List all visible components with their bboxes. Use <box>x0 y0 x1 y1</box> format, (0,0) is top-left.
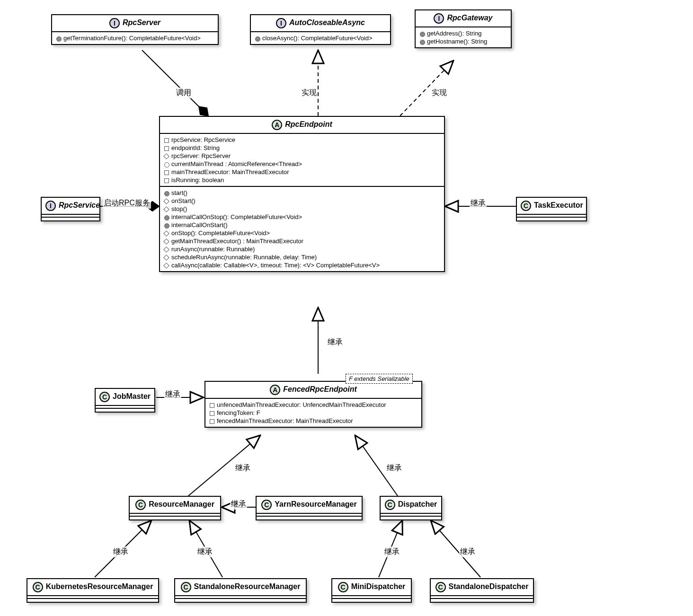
abstract-icon: A <box>272 120 282 130</box>
member-row: rpcServer: RpcServer <box>164 152 440 160</box>
visibility-icon <box>164 138 169 143</box>
class-yarn-resource-manager: CYarnResourceManager <box>256 496 363 520</box>
label-implement-1: 实现 <box>301 88 318 98</box>
visibility-icon <box>164 223 169 229</box>
label-inherit-standalone-d: 继承 <box>459 546 476 557</box>
member-signature: currentMainThread : AtomicReference<Thre… <box>171 160 302 167</box>
class-icon: C <box>99 392 110 402</box>
interface-icon: I <box>276 18 286 28</box>
visibility-icon <box>209 411 215 416</box>
visibility-icon <box>255 36 260 42</box>
class-task-executor: CTaskExecutor <box>516 197 587 221</box>
member-row: closeAsync(): CompletableFuture<Void> <box>255 34 386 42</box>
member-signature: rpcServer: RpcServer <box>171 152 231 159</box>
visibility-icon <box>164 154 169 159</box>
visibility-icon <box>164 239 169 245</box>
class-standalone-dispatcher: CStandaloneDispatcher <box>430 578 534 603</box>
label-implement-2: 实现 <box>431 88 448 98</box>
visibility-icon <box>56 36 62 42</box>
svg-line-0 <box>142 50 208 116</box>
member-row: onStop(): CompletableFuture<Void> <box>164 229 440 237</box>
member-row: currentMainThread : AtomicReference<Thre… <box>164 160 440 168</box>
member-row: scheduleRunAsync(runnable: Runnable, del… <box>164 253 440 261</box>
member-row: internalCallOnStop(): CompletableFuture<… <box>164 213 440 221</box>
member-signature: scheduleRunAsync(runnable: Runnable, del… <box>171 254 317 261</box>
member-signature: fencedMainThreadExecutor: MainThreadExec… <box>217 417 353 424</box>
visibility-icon <box>164 170 169 176</box>
label-inherit-jobmaster: 继承 <box>164 389 181 400</box>
class-job-master: CJobMaster <box>95 388 155 413</box>
member-signature: start() <box>171 189 187 196</box>
visibility-icon <box>164 231 169 237</box>
member-signature: internalCallOnStart() <box>171 221 228 229</box>
member-signature: internalCallOnStop(): CompletableFuture<… <box>171 213 302 220</box>
class-rpc-server: IRpcServer getTerminationFuture(): Compl… <box>51 14 219 45</box>
member-row: fencingToken: F <box>209 409 418 417</box>
member-signature: fencingToken: F <box>217 409 260 416</box>
class-icon: C <box>521 201 531 211</box>
class-icon: C <box>338 582 348 592</box>
label-inherit-taskexecutor: 继承 <box>470 198 487 209</box>
label-inherit-fenced: 继承 <box>327 337 344 348</box>
abstract-icon: A <box>270 385 280 395</box>
visibility-icon <box>164 199 169 204</box>
visibility-icon <box>164 255 169 261</box>
class-resource-manager: CResourceManager <box>129 496 221 520</box>
visibility-icon <box>209 403 215 408</box>
class-icon: C <box>385 500 395 510</box>
label-inherit-dispatcher: 继承 <box>386 463 403 474</box>
interface-icon: I <box>109 18 120 28</box>
visibility-icon <box>419 31 425 37</box>
class-dispatcher: CDispatcher <box>380 496 442 520</box>
member-row: isRunning: boolean <box>164 176 440 184</box>
label-inherit-k8s: 继承 <box>112 546 129 557</box>
member-signature: getMainThreadExecutor() : MainThreadExec… <box>171 238 303 245</box>
class-icon: C <box>261 500 272 510</box>
class-rpc-gateway: IRpcGateway getAddress(): StringgetHostn… <box>415 9 512 48</box>
class-rpc-endpoint: ARpcEndpoint rpcService: RpcServiceendpo… <box>159 116 445 272</box>
class-mini-dispatcher: CMiniDispatcher <box>331 578 412 603</box>
member-row: mainThreadExecutor: MainThreadExecutor <box>164 168 440 176</box>
member-row: internalCallOnStart() <box>164 221 440 229</box>
member-row: getHostname(): String <box>419 37 507 45</box>
visibility-icon <box>164 247 169 253</box>
member-row: stop() <box>164 205 440 213</box>
label-inherit-yarn: 继承 <box>230 499 247 510</box>
class-icon: C <box>435 582 446 592</box>
member-signature: getHostname(): String <box>427 38 487 45</box>
member-signature: onStop(): CompletableFuture<Void> <box>171 229 270 237</box>
visibility-icon <box>209 419 215 424</box>
member-row: getTerminationFuture(): CompletableFutur… <box>56 34 214 42</box>
class-icon: C <box>33 582 43 592</box>
member-signature: unfencedMainThreadExecutor: UnfencedMain… <box>217 401 386 408</box>
member-row: onStart() <box>164 197 440 205</box>
member-row: start() <box>164 189 440 197</box>
class-auto-closeable-async: IAutoCloseableAsync closeAsync(): Comple… <box>250 14 391 45</box>
member-row: endpointId: String <box>164 144 440 152</box>
interface-icon: I <box>434 13 444 24</box>
visibility-icon <box>164 263 169 269</box>
member-signature: rpcService: RpcService <box>171 136 235 143</box>
member-row: fencedMainThreadExecutor: MainThreadExec… <box>209 417 418 425</box>
member-row: rpcService: RpcService <box>164 136 440 144</box>
visibility-icon <box>164 146 169 151</box>
label-start-rpc: 启动RPC服务 <box>103 198 151 209</box>
member-row: callAsync(callable: Callable<V>, timeout… <box>164 261 440 269</box>
class-rpc-service: IRpcService <box>41 197 100 221</box>
class-fenced-rpc-endpoint: AFencedRpcEndpoint unfencedMainThreadExe… <box>204 381 422 428</box>
member-row: getMainThreadExecutor() : MainThreadExec… <box>164 237 440 245</box>
member-row: unfencedMainThreadExecutor: UnfencedMain… <box>209 401 418 409</box>
label-inherit-standalone-rm: 继承 <box>196 546 213 557</box>
member-signature: isRunning: boolean <box>171 176 224 184</box>
member-signature: getAddress(): String <box>427 30 482 37</box>
class-standalone-resource-manager: CStandaloneResourceManager <box>174 578 307 603</box>
interface-icon: I <box>45 201 56 211</box>
member-row: runAsync(runnable: Runnable) <box>164 245 440 253</box>
member-row: getAddress(): String <box>419 29 507 37</box>
member-signature: mainThreadExecutor: MainThreadExecutor <box>171 168 289 176</box>
visibility-icon <box>164 178 169 184</box>
class-icon: C <box>135 500 146 510</box>
class-icon: C <box>181 582 191 592</box>
visibility-icon <box>164 215 169 220</box>
member-signature: runAsync(runnable: Runnable) <box>171 246 255 253</box>
